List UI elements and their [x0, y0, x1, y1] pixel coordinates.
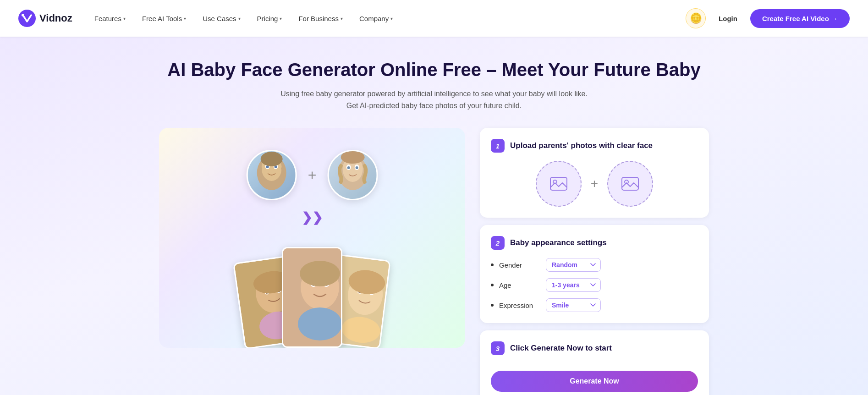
- upload-row: +: [491, 161, 698, 207]
- svg-point-30: [300, 261, 340, 286]
- navigation: Vidnoz Features ▾ Free AI Tools ▾ Use Ca…: [0, 0, 868, 37]
- svg-point-15: [341, 151, 364, 164]
- age-select[interactable]: 1-3 years 3-5 years 5-8 years: [546, 278, 601, 292]
- gender-setting-row: Gender Random Boy Girl: [491, 258, 698, 272]
- step2-title: Baby appearance settings: [510, 238, 607, 247]
- svg-point-14: [355, 166, 358, 169]
- step2-header: 2 Baby appearance settings: [491, 236, 698, 250]
- chevron-down-icon: ▾: [238, 16, 241, 21]
- nav-item-company[interactable]: Company ▾: [352, 11, 400, 26]
- content-row: +: [159, 128, 709, 395]
- upload-mother-button[interactable]: [607, 161, 653, 207]
- right-panel: 1 Upload parents' photos with clear face…: [480, 128, 709, 395]
- gender-label: Gender: [499, 261, 540, 269]
- step3-number: 3: [491, 341, 505, 355]
- step2-number: 2: [491, 236, 505, 250]
- svg-point-8: [261, 152, 283, 166]
- logo-icon: [18, 10, 36, 27]
- generate-now-button[interactable]: Generate Now: [491, 371, 698, 392]
- plus-separator: +: [591, 176, 598, 191]
- dad-avatar: [247, 150, 297, 200]
- upload-image-icon: [549, 174, 569, 194]
- step3-title: Click Generate Now to start: [510, 344, 612, 353]
- baby-photo-center: [282, 247, 342, 348]
- age-label: Age: [499, 281, 540, 289]
- bullet-dot: [491, 304, 494, 307]
- main-content: AI Baby Face Generator Online Free – Mee…: [0, 37, 868, 395]
- step3-card: 3 Click Generate Now to start Generate N…: [480, 330, 709, 395]
- expression-select[interactable]: Smile Neutral Laugh: [546, 298, 601, 312]
- mom-face-svg: [332, 150, 373, 200]
- parents-row: +: [247, 150, 378, 200]
- chevron-down-icon: ▾: [280, 16, 282, 21]
- step3-header: 3 Click Generate Now to start: [491, 341, 698, 355]
- step1-header: 1 Upload parents' photos with clear face: [491, 139, 698, 153]
- bullet-dot: [491, 263, 494, 266]
- chevron-down-icon: ▾: [390, 16, 393, 21]
- chevron-down-icon: ▾: [341, 16, 343, 21]
- nav-item-for-business[interactable]: For Business ▾: [291, 11, 350, 26]
- nav-right: 🪙 Login Create Free AI Video →: [686, 8, 850, 28]
- nav-item-use-cases[interactable]: Use Cases ▾: [195, 11, 247, 26]
- upload-image-icon-2: [620, 174, 640, 194]
- nav-item-free-ai-tools[interactable]: Free AI Tools ▾: [135, 11, 193, 26]
- demo-illustration: +: [159, 128, 465, 348]
- chevron-down-icon: ▾: [184, 16, 186, 21]
- svg-point-31: [298, 307, 342, 340]
- bullet-dot: [491, 284, 494, 286]
- step1-number: 1: [491, 139, 505, 153]
- upload-father-button[interactable]: [536, 161, 582, 207]
- login-button[interactable]: Login: [713, 11, 743, 26]
- plus-icon: +: [308, 167, 317, 184]
- svg-point-13: [347, 166, 350, 169]
- nav-links: Features ▾ Free AI Tools ▾ Use Cases ▾ P…: [87, 11, 686, 26]
- step2-card: 2 Baby appearance settings Gender Random…: [480, 225, 709, 323]
- chevron-down-icon: ▾: [123, 16, 126, 21]
- step1-title: Upload parents' photos with clear face: [510, 141, 653, 150]
- logo[interactable]: Vidnoz: [18, 10, 72, 27]
- nav-item-pricing[interactable]: Pricing ▾: [250, 11, 290, 26]
- logo-text: Vidnoz: [39, 12, 72, 24]
- age-setting-row: Age 1-3 years 3-5 years 5-8 years: [491, 278, 698, 292]
- svg-rect-42: [622, 177, 638, 190]
- dad-face-svg: [251, 150, 292, 200]
- svg-point-1: [22, 14, 24, 16]
- step1-card: 1 Upload parents' photos with clear face…: [480, 128, 709, 218]
- expression-label: Expression: [499, 302, 540, 309]
- svg-rect-40: [550, 177, 567, 190]
- baby-photos: [225, 247, 399, 348]
- nav-item-features[interactable]: Features ▾: [87, 11, 133, 26]
- gender-select[interactable]: Random Boy Girl: [546, 258, 601, 272]
- coin-button[interactable]: 🪙: [686, 8, 706, 28]
- chevron-arrows: ❯❯: [302, 213, 323, 223]
- hero-title: AI Baby Face Generator Online Free – Mee…: [27, 59, 841, 81]
- mom-avatar: [327, 150, 378, 200]
- create-video-button[interactable]: Create Free AI Video →: [750, 9, 850, 28]
- hero-subtitle: Using free baby generator powered by art…: [27, 88, 841, 111]
- svg-point-0: [18, 10, 36, 27]
- expression-setting-row: Expression Smile Neutral Laugh: [491, 298, 698, 312]
